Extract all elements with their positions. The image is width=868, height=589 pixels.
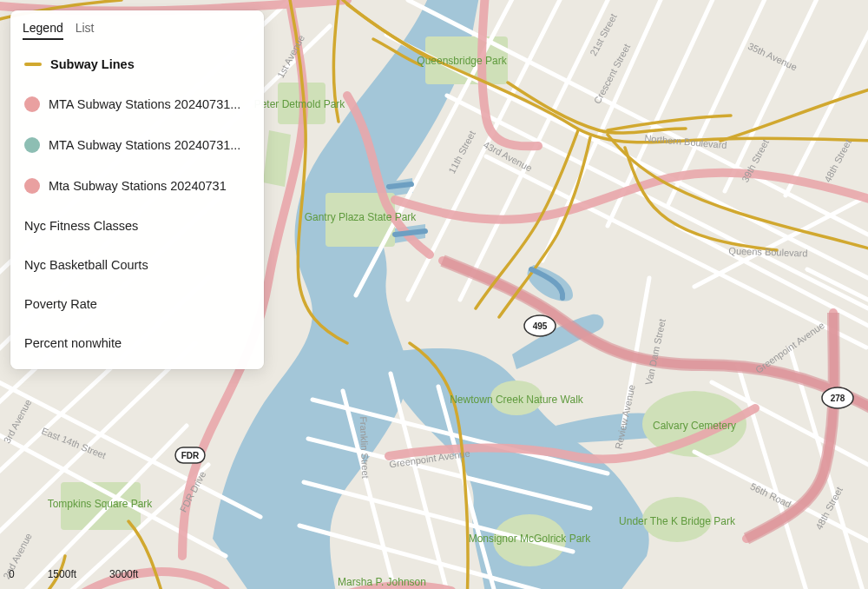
legend-item-label: MTA Subway Stations 20240731... — [49, 138, 240, 152]
route-shield-278: 278 — [822, 387, 853, 408]
legend-item-label: MTA Subway Stations 20240731... — [49, 97, 240, 111]
route-shield-495: 495 — [524, 315, 556, 336]
legend-item-label: Subway Lines — [50, 57, 135, 71]
svg-text:278: 278 — [831, 394, 845, 403]
route-shield-fdr: FDR — [175, 447, 205, 463]
svg-text:495: 495 — [533, 321, 548, 331]
scale-tick: 1500ft — [48, 568, 76, 580]
svg-point-8 — [490, 381, 542, 415]
legend-item[interactable]: Poverty Rate — [10, 284, 264, 323]
legend-item[interactable]: MTA Subway Stations 20240731... — [10, 83, 264, 124]
svg-text:FDR: FDR — [181, 451, 200, 460]
legend-panel: Legend List Subway LinesMTA Subway Stati… — [10, 10, 264, 369]
panel-tabs: Legend List — [10, 10, 264, 45]
legend-item[interactable]: MTA Subway Stations 20240731... — [10, 124, 264, 165]
tab-list[interactable]: List — [76, 21, 95, 40]
legend-item[interactable]: Nyc Fitness Classes — [10, 206, 264, 245]
legend-item[interactable]: Percent nonwhite — [10, 323, 264, 362]
legend-item-label: Poverty Rate — [24, 297, 97, 311]
scale-bar: 0 1500ft 3000ft — [9, 568, 138, 580]
scale-tick: 0 — [9, 568, 15, 580]
legend-item[interactable]: Mta Subway Stations 20240731 — [10, 165, 264, 206]
legend-item-label: Nyc Fitness Classes — [24, 219, 138, 233]
dot-swatch-icon — [24, 178, 40, 194]
svg-point-6 — [642, 497, 712, 542]
legend-item-label: Nyc Basketball Courts — [24, 258, 148, 272]
tab-legend[interactable]: Legend — [23, 21, 63, 40]
line-swatch-icon — [24, 63, 42, 66]
dot-swatch-icon — [24, 137, 40, 153]
scale-tick: 3000ft — [109, 568, 138, 580]
dot-swatch-icon — [24, 96, 40, 112]
legend-item-label: Percent nonwhite — [24, 336, 122, 350]
legend-item[interactable]: Subway Lines — [10, 45, 264, 83]
legend-item[interactable]: Nyc Basketball Courts — [10, 245, 264, 284]
legend-item-label: Mta Subway Stations 20240731 — [49, 179, 227, 193]
